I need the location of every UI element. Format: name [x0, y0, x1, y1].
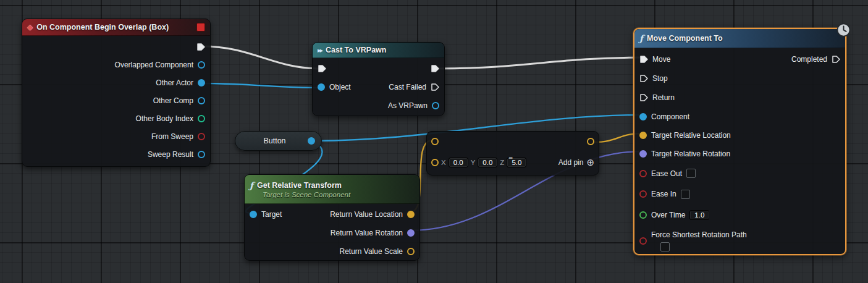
over-time-field[interactable]: 1.0 — [689, 210, 709, 220]
target-relative-location-pin[interactable] — [639, 132, 647, 139]
node-cast-to-vrpawn[interactable]: ▸▸ Cast To VRPawn Object Cast Failed As … — [312, 42, 445, 116]
as-vrpawn-pin[interactable] — [432, 102, 439, 109]
operator-output-pin[interactable] — [587, 138, 594, 145]
pin-label: Over Time — [651, 211, 685, 219]
pin-label: Other Body Index — [136, 114, 193, 123]
node-get-relative-transform[interactable]: ƒ Get Relative Transform Target is Scene… — [244, 174, 420, 261]
move-node-header[interactable]: ƒ Move Component To — [634, 29, 845, 48]
node-move-component-to[interactable]: ƒ Move Component To Move Completed Stop — [633, 28, 846, 255]
pin-label: Return — [652, 93, 675, 102]
pin-label: Return Value Location — [330, 210, 403, 219]
y-axis-label: Y — [471, 159, 476, 166]
pin-label: Component — [651, 112, 689, 121]
pin-label: Stop — [652, 74, 668, 83]
return-value-scale-pin[interactable] — [407, 248, 415, 255]
pin-label: Cast Failed — [389, 83, 426, 91]
button-output-pin[interactable] — [308, 137, 315, 145]
return-exec-pin[interactable] — [639, 93, 648, 102]
sweep-result-pin[interactable] — [198, 151, 205, 158]
pin-label: Ease Out — [651, 169, 682, 178]
cast-failed-exec-pin[interactable] — [431, 83, 439, 91]
cast-exec-in-pin[interactable] — [318, 64, 326, 73]
event-node-header[interactable]: ◆ On Component Begin Overlap (Box) — [22, 19, 210, 36]
operator-input-a-pin[interactable] — [431, 138, 439, 145]
pin-label: Other Comp — [153, 96, 193, 105]
pin-label: Sweep Result — [148, 150, 193, 159]
pin-label: Force Shortest Rotation Path — [651, 230, 747, 239]
event-exec-out-pin[interactable] — [196, 43, 205, 51]
y-value-field[interactable]: 0.0 — [478, 158, 497, 167]
move-exec-in-pin[interactable] — [639, 55, 648, 64]
function-icon: ƒ — [250, 180, 253, 190]
pin-label: Ease In — [651, 190, 676, 198]
add-pin-plus-icon: ⊕ — [586, 157, 594, 168]
x-value-field[interactable]: 0.0 — [449, 158, 468, 167]
pin-label: Completed — [791, 55, 827, 64]
pin-label: Target Relative Location — [651, 131, 731, 140]
exec-wire-cast-to-move[interactable] — [436, 57, 643, 69]
pin-label: From Sweep — [151, 132, 193, 141]
target-relative-rotation-pin[interactable] — [639, 150, 647, 158]
cast-exec-out-pin[interactable] — [431, 64, 439, 73]
over-time-pin[interactable] — [639, 211, 647, 219]
pin-label: Overlapped Component — [115, 61, 193, 69]
cast-arrows-icon: ▸▸ — [318, 46, 322, 54]
red-box-icon — [196, 23, 205, 32]
pin-label: As VRPawn — [388, 101, 428, 110]
add-pin-button[interactable]: Add pin ⊕ — [558, 157, 594, 168]
force-shortest-checkbox[interactable] — [660, 242, 670, 251]
grt-node-header[interactable]: ƒ Get Relative Transform Target is Scene… — [245, 175, 419, 204]
button-variable-label: Button — [242, 137, 308, 145]
add-pin-label: Add pin — [558, 158, 584, 167]
operator-input-b-pin[interactable] — [431, 159, 439, 166]
other-body-index-pin[interactable] — [198, 115, 205, 122]
overlapped-component-pin[interactable] — [198, 61, 205, 69]
ease-out-checkbox[interactable] — [686, 169, 696, 178]
ease-out-pin[interactable] — [639, 170, 647, 177]
other-comp-pin[interactable] — [198, 97, 205, 104]
pin-label: Move — [652, 55, 670, 64]
completed-exec-pin[interactable] — [832, 55, 840, 64]
grt-node-subtitle: Target is Scene Component — [263, 191, 350, 198]
node-vector-operator[interactable]: - X 0.0 Y 0.0 Z 5.0 Add pin ⊕ — [426, 131, 599, 175]
pin-label: Return Value Scale — [339, 247, 403, 256]
component-pin[interactable] — [639, 113, 647, 120]
stop-exec-pin[interactable] — [639, 74, 648, 83]
return-value-rotation-pin[interactable] — [407, 229, 415, 237]
latent-clock-icon — [836, 23, 851, 37]
ease-in-checkbox[interactable] — [681, 190, 690, 199]
from-sweep-pin[interactable] — [198, 133, 205, 140]
pin-label: Return Value Rotation — [331, 229, 403, 237]
pin-label: Target — [261, 210, 282, 219]
function-icon: ƒ — [639, 33, 643, 43]
event-icon: ◆ — [27, 23, 33, 32]
cast-node-header[interactable]: ▸▸ Cast To VRPawn — [313, 43, 444, 58]
force-shortest-rotation-path-pin[interactable] — [639, 237, 647, 245]
cast-node-title: Cast To VRPawn — [326, 46, 386, 54]
pin-label: Object — [329, 83, 351, 91]
exec-wire-event-to-cast[interactable] — [203, 46, 320, 69]
z-axis-label: Z — [500, 159, 504, 166]
target-pin[interactable] — [250, 211, 257, 218]
grt-node-title: Get Relative Transform — [257, 181, 342, 190]
blueprint-canvas[interactable]: ◆ On Component Begin Overlap (Box) Overl… — [0, 0, 868, 283]
ease-in-pin[interactable] — [639, 190, 647, 198]
node-on-component-begin-overlap[interactable]: ◆ On Component Begin Overlap (Box) Overl… — [22, 19, 211, 167]
event-node-title: On Component Begin Overlap (Box) — [36, 23, 169, 32]
x-axis-label: X — [441, 159, 446, 166]
pin-label: Target Relative Rotation — [651, 150, 730, 158]
other-actor-pin[interactable] — [198, 79, 205, 87]
pin-label: Other Actor — [156, 78, 193, 87]
wire-other-actor-to-object[interactable] — [199, 83, 321, 88]
object-pin[interactable] — [318, 83, 325, 91]
node-button-variable[interactable]: Button — [235, 131, 322, 151]
subtract-operator-glyph: - — [508, 150, 513, 164]
return-value-location-pin[interactable] — [407, 211, 415, 218]
move-node-title: Move Component To — [647, 34, 723, 43]
